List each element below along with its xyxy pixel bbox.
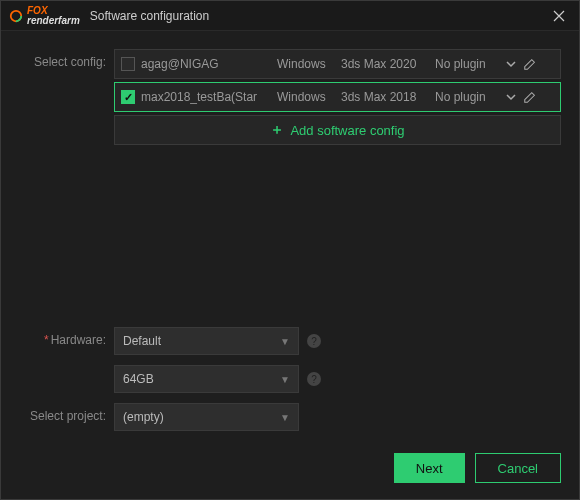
project-value: (empty) <box>123 410 164 424</box>
next-label: Next <box>416 461 443 476</box>
config-checkbox[interactable]: ✓ <box>121 90 135 104</box>
content: Select config: agag@NIGAG Windows 3ds Ma… <box>1 31 579 453</box>
hardware-memory-select[interactable]: 64GB ▼ <box>114 365 299 393</box>
memory-label <box>19 365 114 371</box>
config-software: 3ds Max 2020 <box>341 57 429 71</box>
config-row[interactable]: ✓ max2018_testBa(Star Windows 3ds Max 20… <box>114 82 561 112</box>
config-name: max2018_testBa(Star <box>141 90 271 104</box>
caret-down-icon: ▼ <box>280 374 290 385</box>
window-title: Software configuration <box>90 9 209 23</box>
cancel-label: Cancel <box>498 461 538 476</box>
hardware-type-select[interactable]: Default ▼ <box>114 327 299 355</box>
spacer <box>19 153 561 323</box>
hardware-memory-value: 64GB <box>123 372 154 386</box>
next-button[interactable]: Next <box>394 453 465 483</box>
config-plugin: No plugin <box>435 57 499 71</box>
help-icon[interactable]: ? <box>307 334 321 348</box>
window: FOX renderfarm Software configuration Se… <box>0 0 580 500</box>
logo: FOX renderfarm <box>9 6 80 26</box>
config-os: Windows <box>277 90 335 104</box>
config-plugin: No plugin <box>435 90 499 104</box>
footer: Next Cancel <box>1 453 579 499</box>
edit-icon[interactable] <box>523 90 537 104</box>
project-row: Select project: (empty) ▼ <box>19 403 561 431</box>
logo-icon <box>9 9 23 23</box>
select-config-label: Select config: <box>19 49 114 69</box>
chevron-down-icon[interactable] <box>505 58 517 70</box>
config-list: agag@NIGAG Windows 3ds Max 2020 No plugi… <box>114 49 561 145</box>
chevron-down-icon[interactable] <box>505 91 517 103</box>
brand-prefix: FOX <box>27 6 80 16</box>
select-config-row: Select config: agag@NIGAG Windows 3ds Ma… <box>19 49 561 145</box>
config-name: agag@NIGAG <box>141 57 271 71</box>
caret-down-icon: ▼ <box>280 412 290 423</box>
add-config-label: Add software config <box>290 123 404 138</box>
close-button[interactable] <box>547 8 571 24</box>
add-config-button[interactable]: ＋ Add software config <box>114 115 561 145</box>
help-icon[interactable]: ? <box>307 372 321 386</box>
config-checkbox[interactable] <box>121 57 135 71</box>
config-os: Windows <box>277 57 335 71</box>
hardware-label: Hardware: <box>19 327 114 347</box>
config-software: 3ds Max 2018 <box>341 90 429 104</box>
brand-suffix: renderfarm <box>27 16 80 26</box>
plus-icon: ＋ <box>270 121 284 139</box>
edit-icon[interactable] <box>523 57 537 71</box>
check-icon: ✓ <box>124 92 133 103</box>
project-select[interactable]: (empty) ▼ <box>114 403 299 431</box>
cancel-button[interactable]: Cancel <box>475 453 561 483</box>
config-row[interactable]: agag@NIGAG Windows 3ds Max 2020 No plugi… <box>114 49 561 79</box>
select-project-label: Select project: <box>19 403 114 423</box>
memory-row: 64GB ▼ ? <box>19 365 561 393</box>
caret-down-icon: ▼ <box>280 336 290 347</box>
hardware-type-value: Default <box>123 334 161 348</box>
titlebar: FOX renderfarm Software configuration <box>1 1 579 31</box>
hardware-row: Hardware: Default ▼ ? <box>19 327 561 355</box>
close-icon <box>553 10 565 22</box>
